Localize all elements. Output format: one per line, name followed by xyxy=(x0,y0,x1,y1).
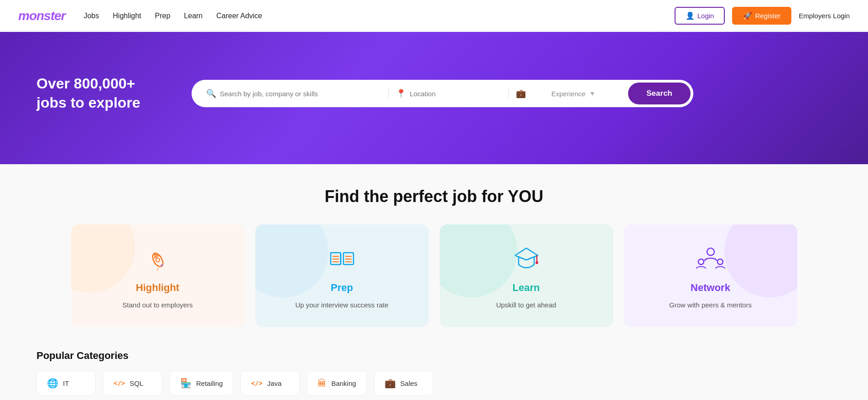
learn-card[interactable]: Learn Upskill to get ahead xyxy=(440,224,613,327)
nav-highlight[interactable]: Highlight xyxy=(113,12,141,20)
nav-jobs[interactable]: Jobs xyxy=(83,12,99,20)
register-button[interactable]: 🚀 Register xyxy=(732,7,791,25)
header: monster Jobs Highlight Prep Learn Career… xyxy=(0,0,868,32)
java-icon: </> xyxy=(251,379,262,387)
register-label: Register xyxy=(755,12,780,20)
prep-card-title: Prep xyxy=(331,282,353,294)
register-icon: 🚀 xyxy=(743,11,752,20)
hero-text: Over 800,000+ jobs to explore xyxy=(36,74,164,112)
chevron-down-icon: ▼ xyxy=(589,90,621,97)
search-job-field[interactable]: 🔍 xyxy=(199,88,389,99)
network-card-title: Network xyxy=(691,282,730,294)
category-sales[interactable]: 💼 Sales xyxy=(374,371,433,395)
category-banking[interactable]: 🏛 Banking xyxy=(307,371,366,395)
category-java[interactable]: </> Java xyxy=(240,371,300,395)
briefcase-icon: 💼 xyxy=(516,88,547,99)
svg-point-3 xyxy=(155,258,160,263)
popular-categories-title: Popular Categories xyxy=(36,350,832,362)
prep-card-desc: Up your interview success rate xyxy=(295,301,388,309)
search-bar: 🔍 📍 💼 Experience ▼ Search xyxy=(192,80,693,107)
employers-login-link[interactable]: Employers Login xyxy=(799,12,850,20)
nav-career-advice[interactable]: Career Advice xyxy=(216,12,262,20)
network-card-desc: Grow with peers & mentors xyxy=(669,301,752,309)
experience-dropdown[interactable]: 💼 Experience ▼ xyxy=(509,88,628,99)
category-retailing[interactable]: 🏪 Retailing xyxy=(170,371,233,395)
sales-icon: 💼 xyxy=(385,378,396,389)
sql-label: SQL xyxy=(130,379,143,387)
retailing-icon: 🏪 xyxy=(180,378,192,389)
svg-point-17 xyxy=(707,248,714,255)
hero-headline-line2: jobs to explore xyxy=(36,94,164,113)
category-it[interactable]: 🌐 IT xyxy=(36,371,96,395)
main-content: Find the perfect job for YOU Highlight S… xyxy=(0,164,868,400)
section-title: Find the perfect job for YOU xyxy=(36,187,832,206)
sales-label: Sales xyxy=(400,379,418,387)
banking-icon: 🏛 xyxy=(317,378,327,389)
highlight-card-title: Highlight xyxy=(136,282,179,294)
java-label: Java xyxy=(267,379,282,387)
hero-headline-line1: Over 800,000+ xyxy=(36,74,164,94)
network-card[interactable]: Network Grow with peers & mentors xyxy=(624,224,797,327)
header-actions: 👤 Login 🚀 Register Employers Login xyxy=(675,7,850,25)
svg-point-18 xyxy=(698,259,704,265)
logo-text: monster xyxy=(18,9,65,23)
sql-icon: </> xyxy=(114,379,125,387)
job-search-input[interactable] xyxy=(220,90,381,98)
popular-categories-section: Popular Categories 🌐 IT </> SQL 🏪 Retail… xyxy=(36,350,832,395)
nav-learn[interactable]: Learn xyxy=(184,12,203,20)
location-input[interactable] xyxy=(410,90,501,98)
learn-card-desc: Upskill to get ahead xyxy=(496,301,556,309)
hero-section: Over 800,000+ jobs to explore 🔍 📍 💼 Expe… xyxy=(0,32,868,164)
learn-card-title: Learn xyxy=(513,282,540,294)
svg-point-19 xyxy=(717,259,723,265)
highlight-icon xyxy=(142,243,174,275)
svg-point-16 xyxy=(535,261,538,264)
nav-prep[interactable]: Prep xyxy=(155,12,171,20)
login-button[interactable]: 👤 Login xyxy=(675,7,725,25)
highlight-card-desc: Stand out to employers xyxy=(122,301,192,309)
logo[interactable]: monster xyxy=(18,9,65,23)
experience-label: Experience xyxy=(551,90,586,98)
login-label: Login xyxy=(697,12,714,20)
prep-card[interactable]: Prep Up your interview success rate xyxy=(255,224,429,327)
it-icon: 🌐 xyxy=(47,378,58,389)
retailing-label: Retailing xyxy=(196,379,223,387)
search-location-field[interactable]: 📍 xyxy=(389,88,509,99)
category-sql[interactable]: </> SQL xyxy=(103,371,162,395)
search-icon: 🔍 xyxy=(206,88,216,99)
svg-marker-2 xyxy=(155,268,159,272)
user-icon: 👤 xyxy=(686,11,695,20)
banking-label: Banking xyxy=(331,379,356,387)
search-button[interactable]: Search xyxy=(628,83,691,104)
feature-cards-row: Highlight Stand out to employers Prep Up… xyxy=(36,224,832,327)
it-label: IT xyxy=(63,379,69,387)
location-icon: 📍 xyxy=(396,88,406,99)
prep-icon xyxy=(326,243,358,275)
highlight-card[interactable]: Highlight Stand out to employers xyxy=(71,224,244,327)
categories-row: 🌐 IT </> SQL 🏪 Retailing </> Java 🏛 Bank… xyxy=(36,371,832,395)
network-icon xyxy=(695,243,727,275)
main-nav: Jobs Highlight Prep Learn Career Advice xyxy=(83,12,674,20)
